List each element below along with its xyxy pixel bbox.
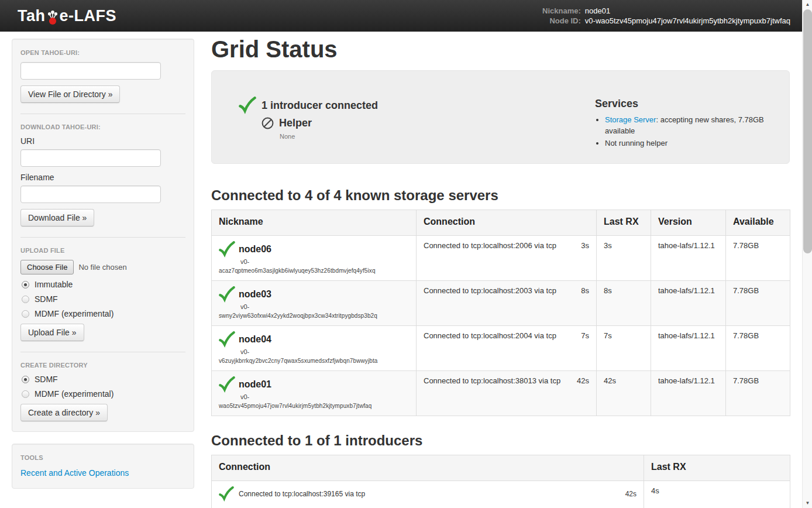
nickname-cell: node04 v0- v6zuyjkbrrkqy2bvc2cny7qwax5sx… (212, 326, 417, 371)
storage-servers-heading: Connected to 4 of 4 known storage server… (211, 187, 790, 204)
nickname-cell: node06 v0- acaz7qptmeo6m3asjlgkb6iwlyuqe… (212, 236, 417, 281)
open-uri-section: OPEN TAHOE-URI: View File or Directory » (20, 49, 185, 103)
upload-format-option-mdmf[interactable]: MDMF (experimental) (22, 309, 184, 318)
column-header-last-rx: Last RX (644, 455, 790, 481)
sidebar: OPEN TAHOE-URI: View File or Directory »… (12, 39, 194, 489)
column-header-version: Version (651, 210, 726, 236)
main-content: Grid Status 1 introducer connected Helpe… (211, 32, 790, 508)
tools-label: TOOLS (20, 454, 185, 461)
page-title: Grid Status (211, 35, 790, 63)
download-file-button[interactable]: Download File » (20, 209, 94, 226)
last-rx-cell: 3s (597, 236, 651, 281)
services-list: Storage Server: accepting new shares, 7.… (595, 114, 777, 149)
available-cell: 7.78GB (726, 326, 790, 371)
check-icon (219, 486, 234, 502)
node-id-prefix: v0- (240, 258, 409, 265)
download-uri-input[interactable] (20, 149, 161, 167)
connection-age: 42s (625, 490, 636, 498)
create-directory-button[interactable]: Create a directory » (20, 404, 108, 421)
connection-cell: Connected to tcp:localhost:2003 via tcp8… (417, 281, 597, 326)
node-nickname: node03 (239, 289, 271, 300)
nickname-cell: node01 v0- wao5tzv45pmoju47jow7rvl4ukirj… (212, 371, 417, 416)
connection-cell: Connected to tcp:localhost:38013 via tcp… (417, 371, 597, 416)
download-uri-label: DOWNLOAD TAHOE-URI: (20, 123, 185, 131)
column-header-connection: Connection (212, 455, 644, 481)
check-icon (219, 286, 235, 303)
file-picker: Choose File No file chosen (20, 260, 185, 274)
radio-button[interactable] (22, 281, 29, 289)
helper-value: None (280, 133, 595, 140)
radio-label: SDMF (35, 375, 58, 384)
sprout-icon (46, 10, 59, 25)
table-row: Connected to tcp:localhost:39165 via tcp… (212, 481, 790, 508)
version-cell: tahoe-lafs/1.12.1 (651, 281, 726, 326)
recent-operations-link[interactable]: Recent and Active Operations (20, 468, 129, 478)
radio-label: MDMF (experimental) (35, 389, 113, 399)
table-row: node04 v0- v6zuyjkbrrkqy2bvc2cny7qwax5sx… (212, 326, 790, 371)
upload-format-option-immutable[interactable]: Immutable (22, 280, 184, 289)
sidebar-divider (20, 114, 185, 114)
scrollbar-thumb[interactable] (803, 9, 812, 253)
tahoe-lafs-logo[interactable]: Tah e-LAFS (18, 7, 116, 25)
node-id-hash: acaz7qptmeo6m3asjlgkb6iwlyuqey53hz26tbdm… (219, 267, 409, 274)
choose-file-button[interactable]: Choose File (20, 260, 74, 274)
service-item-text: Not running helper (605, 139, 668, 147)
download-filename-input[interactable] (20, 186, 161, 203)
available-cell: 7.78GB (726, 371, 790, 416)
connection-text: Connected to tcp:localhost:2006 via tcp (424, 241, 556, 250)
connection-text: Connected to tcp:localhost:2003 via tcp (424, 286, 556, 295)
service-item-storage: Storage Server: accepting new shares, 7.… (605, 114, 777, 136)
dir-format-option-sdmf[interactable]: SDMF (22, 375, 184, 384)
radio-button[interactable] (22, 296, 29, 303)
helper-status: Helper (261, 116, 595, 130)
filename-field-label: Filename (20, 173, 185, 182)
upload-file-button[interactable]: Upload File » (20, 324, 84, 341)
connection-text: Connected to tcp:localhost:39165 via tcp (239, 490, 621, 498)
column-header-connection: Connection (417, 210, 597, 236)
storage-server-link[interactable]: Storage Server (605, 115, 656, 124)
version-cell: tahoe-lafs/1.12.1 (651, 326, 726, 371)
node-info: Nickname: node01 Node ID: v0-wao5tzv45pm… (542, 6, 790, 25)
last-rx-cell: 8s (597, 281, 651, 326)
services-title: Services (595, 98, 777, 110)
page: Tah e-LAFS Nickname: node01 Node ID: v0-… (0, 0, 812, 508)
column-header-available: Available (726, 210, 790, 236)
scroll-down-arrow[interactable]: ▼ (803, 499, 812, 508)
connection-text: Connected to tcp:localhost:38013 via tcp (424, 376, 560, 385)
node-id-hash: swny2viyw63ofxwi4x2yykd2woqjbpx3cw34xtri… (219, 313, 409, 319)
table-header-row: Nickname Connection Last RX Version Avai… (212, 210, 790, 236)
radio-button[interactable] (22, 310, 29, 318)
node-id-hash: v6zuyjkbrrkqy2bvc2cny7qwax5sxumedsxfzfjw… (219, 358, 409, 364)
scroll-up-arrow[interactable]: ▲ (803, 0, 812, 9)
upload-format-option-sdmf[interactable]: SDMF (22, 294, 184, 304)
node-id-label: Node ID: (542, 16, 581, 25)
table-row: node03 v0- swny2viyw63ofxwi4x2yykd2woqjb… (212, 281, 790, 326)
logo-text-post: e-LAFS (60, 7, 117, 25)
view-file-button[interactable]: View File or Directory » (20, 85, 120, 103)
upload-file-label: UPLOAD FILE (20, 247, 185, 254)
table-header-row: Connection Last RX (212, 455, 790, 481)
download-uri-section: DOWNLOAD TAHOE-URI: URI Filename Downloa… (20, 123, 185, 226)
table-row: node06 v0- acaz7qptmeo6m3asjlgkb6iwlyuqe… (212, 236, 790, 281)
logo-text-pre: Tah (18, 7, 46, 25)
node-id-prefix: v0- (240, 348, 409, 355)
vertical-scrollbar[interactable]: ▲ ▼ (802, 0, 812, 508)
open-uri-input[interactable] (20, 62, 161, 80)
version-cell: tahoe-lafs/1.12.1 (651, 236, 726, 281)
radio-button[interactable] (22, 390, 29, 398)
uri-field-label: URI (20, 136, 185, 146)
dir-format-option-mdmf[interactable]: MDMF (experimental) (22, 389, 184, 399)
check-icon (219, 331, 235, 348)
connection-age: 8s (581, 286, 589, 295)
node-nickname: node06 (239, 244, 271, 255)
version-cell: tahoe-lafs/1.12.1 (651, 371, 726, 416)
check-icon (219, 376, 235, 393)
node-id-prefix: v0- (240, 393, 409, 400)
available-cell: 7.78GB (726, 281, 790, 326)
available-cell: 7.78GB (726, 236, 790, 281)
node-id-hash: wao5tzv45pmoju47jow7rvl4ukirjm5ytbh2kjty… (219, 403, 409, 409)
radio-button[interactable] (22, 376, 29, 383)
sidebar-divider (20, 352, 185, 352)
node-nickname: node04 (239, 334, 271, 345)
check-icon (219, 241, 235, 258)
